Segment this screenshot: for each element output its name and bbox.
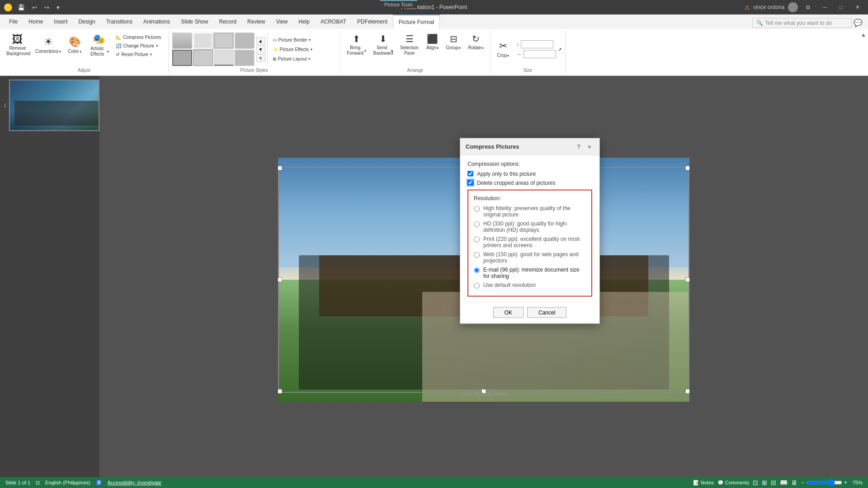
tab-picture-format[interactable]: Picture Format <box>393 14 440 29</box>
color-btn[interactable]: 🎨 Color ▾ <box>65 32 85 59</box>
radio-default[interactable]: Use default resolution <box>474 282 586 288</box>
delete-cropped-checkbox-row[interactable]: Delete cropped areas of pictures <box>467 179 592 186</box>
comments-ribbon-btn[interactable]: 💬 <box>852 17 864 29</box>
fit-slide-icon[interactable]: ⊡ <box>36 480 40 486</box>
send-backward-dropdown: ▾ <box>391 49 393 53</box>
tab-slideshow[interactable]: Slide Show <box>175 14 213 29</box>
style-5[interactable] <box>172 50 192 66</box>
tab-help[interactable]: Help <box>293 14 315 29</box>
restore-btn[interactable]: ⧉ <box>802 2 815 12</box>
style-4[interactable] <box>235 33 255 49</box>
redo-qat-btn[interactable]: ↪ <box>42 3 52 12</box>
apply-only-checkbox-row[interactable]: Apply only to this picture <box>467 170 592 177</box>
view-normal-btn[interactable]: ⊡ <box>753 479 758 486</box>
tab-insert[interactable]: Insert <box>48 14 73 29</box>
view-outline-btn[interactable]: ⊞ <box>762 479 767 486</box>
styles-scroll-down[interactable]: ▼ <box>256 46 265 53</box>
customize-qat-btn[interactable]: ▾ <box>54 3 62 12</box>
width-input[interactable]: 33.87 cm <box>524 50 556 58</box>
group-btn[interactable]: ⊟ Group ▾ <box>443 32 464 52</box>
tell-me-box[interactable]: 🔍 Tell me what you want to do <box>752 18 852 28</box>
crop-btn[interactable]: ✂ Crop ▾ <box>494 36 512 63</box>
tab-review[interactable]: Review <box>242 14 270 29</box>
tab-acrobat[interactable]: ACROBAT <box>315 14 352 29</box>
tab-pdfelement[interactable]: PDFelement <box>352 14 393 29</box>
remove-background-btn[interactable]: 🖼 Remove Background <box>4 32 32 59</box>
reset-picture-btn[interactable]: ↺ Reset Picture ▾ <box>113 51 164 58</box>
click-to-add-notes[interactable]: Click to add notes <box>460 390 507 397</box>
ok-btn[interactable]: OK <box>493 307 524 318</box>
accessibility-label[interactable]: Accessibility: Investigate <box>108 480 161 485</box>
ribbon-tabs: File Home Insert Design Transitions Anim… <box>0 14 868 29</box>
view-reading-btn[interactable]: 📖 <box>780 479 788 486</box>
picture-border-btn[interactable]: ▭ Picture Border ▾ <box>269 36 316 44</box>
radio-hd330[interactable]: HD (330 ppi): good quality for high-defi… <box>474 220 586 233</box>
handle-top-right[interactable] <box>685 166 689 170</box>
tab-transitions[interactable]: Transitions <box>101 14 138 29</box>
apply-only-checkbox[interactable] <box>467 171 473 177</box>
rotate-btn[interactable]: ↻ Rotate ▾ <box>465 32 486 52</box>
dialog-help-btn[interactable]: ? <box>574 142 583 151</box>
undo-qat-btn[interactable]: ↩ <box>30 3 39 12</box>
send-backward-btn[interactable]: ⬇ Send Backward ▾ <box>371 32 396 58</box>
tab-file[interactable]: File <box>4 14 23 29</box>
handle-mid-left[interactable] <box>278 277 282 282</box>
cancel-btn[interactable]: Cancel <box>527 307 566 318</box>
style-8[interactable] <box>234 50 254 66</box>
zoom-out-btn[interactable]: − <box>801 479 804 486</box>
notes-btn[interactable]: 📝 Notes <box>693 480 714 486</box>
close-btn[interactable]: ✕ <box>851 2 864 12</box>
dialog-close-btn[interactable]: × <box>585 142 594 151</box>
radio-default-input[interactable] <box>474 282 480 288</box>
styles-more[interactable]: ≡ <box>256 54 265 62</box>
style-7[interactable] <box>214 50 234 66</box>
slide-thumb-1[interactable] <box>9 80 99 131</box>
handle-top-left[interactable] <box>278 166 282 170</box>
height-input[interactable]: 19.05 cm <box>521 40 553 48</box>
radio-print220-input[interactable] <box>474 236 480 242</box>
styles-scroll-up[interactable]: ▲ <box>256 37 265 45</box>
minimize-btn[interactable]: ─ <box>818 2 831 12</box>
artistic-effects-btn[interactable]: 🎭 Artistic Effects ▾ <box>85 32 112 59</box>
radio-email96[interactable]: E-mail (96 ppi): minimize document size … <box>474 266 586 279</box>
user-avatar[interactable] <box>788 2 798 12</box>
zoom-in-btn[interactable]: + <box>844 479 847 486</box>
style-1[interactable] <box>172 33 192 49</box>
handle-bottom-left[interactable] <box>278 389 282 394</box>
size-expand-btn[interactable]: ↗ <box>558 47 561 52</box>
view-sorter-btn[interactable]: ⊟ <box>771 479 776 486</box>
comments-btn[interactable]: 💬 Comments <box>717 480 749 486</box>
radio-hd330-input[interactable] <box>474 221 480 227</box>
radio-print220[interactable]: Print (220 ppi): excellent quality on mo… <box>474 235 586 248</box>
picture-effects-btn[interactable]: ✨ Picture Effects ▾ <box>269 46 316 53</box>
radio-high-fidelity-input[interactable] <box>474 206 480 211</box>
radio-email96-input[interactable] <box>474 267 480 273</box>
radio-web150[interactable]: Web (150 ppi): good for web pages and pr… <box>474 251 586 263</box>
radio-high-fidelity[interactable]: High fidelity: preserves quality of the … <box>474 205 586 217</box>
compress-pictures-btn[interactable]: 📐 Compress Pictures <box>113 33 164 41</box>
radio-web150-input[interactable] <box>474 252 480 258</box>
zoom-slider[interactable] <box>806 479 842 486</box>
corrections-btn[interactable]: ☀ Corrections ▾ <box>33 32 64 59</box>
tab-design[interactable]: Design <box>73 14 100 29</box>
zoom-level[interactable]: 75% <box>849 480 863 485</box>
align-btn[interactable]: ⬛ Align ▾ <box>424 32 442 52</box>
bring-forward-btn[interactable]: ⬆ Bring Forward ▾ <box>344 32 369 58</box>
tab-home[interactable]: Home <box>23 14 48 29</box>
tab-animations[interactable]: Animations <box>138 14 175 29</box>
handle-mid-right[interactable] <box>685 277 689 282</box>
style-6[interactable] <box>193 50 213 66</box>
tab-record[interactable]: Record <box>213 14 242 29</box>
delete-cropped-checkbox[interactable] <box>467 180 473 186</box>
tab-view[interactable]: View <box>270 14 293 29</box>
save-qat-btn[interactable]: 💾 <box>15 3 27 12</box>
ribbon-collapse-btn[interactable]: ▲ <box>861 32 866 38</box>
maximize-btn[interactable]: □ <box>835 2 847 12</box>
change-picture-btn[interactable]: 🔄 Change Picture ▾ <box>113 42 164 50</box>
view-presenter-btn[interactable]: 🖥 <box>791 479 797 486</box>
picture-layout-btn[interactable]: ⊞ Picture Layout ▾ <box>269 55 316 63</box>
style-3[interactable] <box>214 33 234 49</box>
handle-bottom-right[interactable] <box>685 389 689 394</box>
style-2[interactable] <box>193 33 213 49</box>
selection-pane-btn[interactable]: ☰ Selection Pane <box>397 32 422 58</box>
